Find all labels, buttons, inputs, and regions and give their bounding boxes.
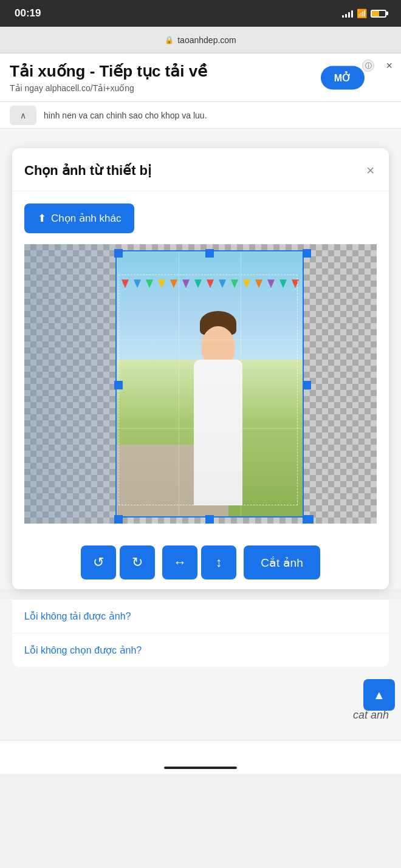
flag-element [267,279,275,288]
flag-element [146,279,153,288]
cut-image-button[interactable]: Cắt ảnh [244,545,320,579]
redo-button[interactable]: ↻ [120,545,155,579]
cat-anh-text: cat anh [353,709,389,722]
status-bar: 00:19 📶 [0,0,401,27]
wifi-icon: 📶 [357,9,367,18]
chevron-up-icon: ∧ [20,111,26,120]
ad-subtitle: Tải ngay alphacell.co/Tải+xuống [10,83,318,93]
flip-horizontal-button[interactable]: ↔ [162,545,197,579]
crop-handle-bottom-left[interactable] [114,515,123,524]
crop-handle-middle-left[interactable] [114,381,123,389]
scroll-top-button[interactable]: ▲ [363,679,395,711]
url-text[interactable]: taoanhdep.com [177,35,236,45]
crop-handle-top-middle[interactable] [205,249,214,258]
flag-element [134,279,141,288]
signal-bars-icon [342,9,353,18]
flag-element [279,279,287,288]
undo-icon: ↺ [93,555,104,570]
lock-icon: 🔒 [165,36,174,44]
collapse-bar: ∧ hinh nen va can chinh sao cho khop va … [0,102,401,129]
flip-h-icon: ↔ [173,555,187,570]
flip-group: ↔ ↕ [162,545,236,579]
ad-info-icon[interactable]: ⓘ [362,60,374,72]
flag-element [182,279,190,288]
redo-icon: ↻ [132,555,143,570]
flag-element [243,279,250,288]
status-time: 00:19 [15,7,41,19]
flag-element [219,279,226,288]
flag-element [231,279,238,288]
dialog-close-button[interactable]: × [364,160,377,181]
browser-bar: 🔒 taoanhdep.com [0,27,401,53]
flag-element [170,279,177,288]
dialog-body: ⬆ Chọn ảnh khác [12,191,389,536]
dialog-header: Chọn ảnh từ thiết bị × [12,148,389,191]
bottom-section: cat anh ▲ [0,667,401,740]
link-upload-error[interactable]: Lỗi không tải được ảnh? [12,600,389,634]
crop-handle-middle-right[interactable] [303,381,311,389]
flag-element [255,279,262,288]
ad-open-button[interactable]: MỞ [321,66,365,89]
flag-element [292,279,299,288]
crop-handle-bottom-middle[interactable] [205,515,214,524]
undo-button[interactable]: ↺ [81,545,116,579]
flags-decoration [115,275,304,293]
flip-v-icon: ↕ [216,555,222,570]
flag-element [122,279,129,288]
ad-close-button[interactable]: × [386,60,392,72]
upload-icon: ⬆ [38,212,46,225]
crop-handle-bottom-right[interactable] [303,515,314,524]
status-icons: 📶 [342,9,386,18]
bottom-nav-bar [0,740,401,774]
crop-handle-top-left[interactable] [114,249,123,258]
ad-banner: Tải xuống - Tiếp tục tải về Tải ngay alp… [0,53,401,102]
mirror-left [24,244,115,524]
flip-vertical-button[interactable]: ↕ [201,545,236,579]
crop-handle-top-right[interactable] [303,249,311,258]
link-select-error[interactable]: Lỗi không chọn được ảnh? [12,634,389,667]
ad-title: Tải xuống - Tiếp tục tải về [10,62,318,81]
image-picker-dialog: Chọn ảnh từ thiết bị × ⬆ Chọn ảnh khác [12,148,389,589]
dialog-title: Chọn ảnh từ thiết bị [24,163,151,179]
image-toolbar: ↺ ↻ ↔ ↕ Cắt ảnh [12,536,389,589]
collapse-button[interactable]: ∧ [10,106,36,125]
links-section: Lỗi không tải được ảnh? Lỗi không chọn đ… [12,599,389,667]
person-figure [176,311,261,505]
photo-container [115,250,304,518]
flag-element [194,279,202,288]
arrow-up-icon: ▲ [373,688,385,702]
image-crop-area[interactable] [24,244,377,524]
rotate-group: ↺ ↻ [81,545,155,579]
flag-element [207,279,214,288]
choose-button-label: Chọn ảnh khác [51,212,121,225]
home-indicator [164,767,237,769]
collapse-text: hinh nen va can chinh sao cho khop va lu… [44,111,391,120]
battery-icon [371,10,386,18]
choose-image-button[interactable]: ⬆ Chọn ảnh khác [24,203,134,233]
flag-element [158,279,165,288]
